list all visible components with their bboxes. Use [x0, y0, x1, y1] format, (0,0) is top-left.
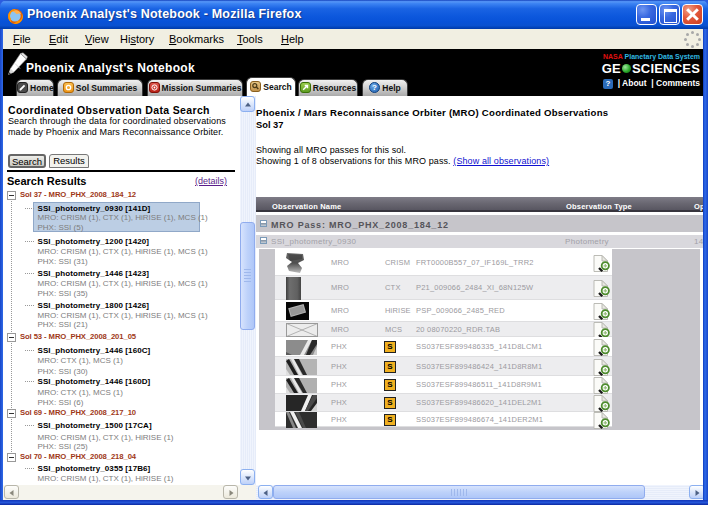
svg-text:?: ?	[372, 83, 377, 92]
